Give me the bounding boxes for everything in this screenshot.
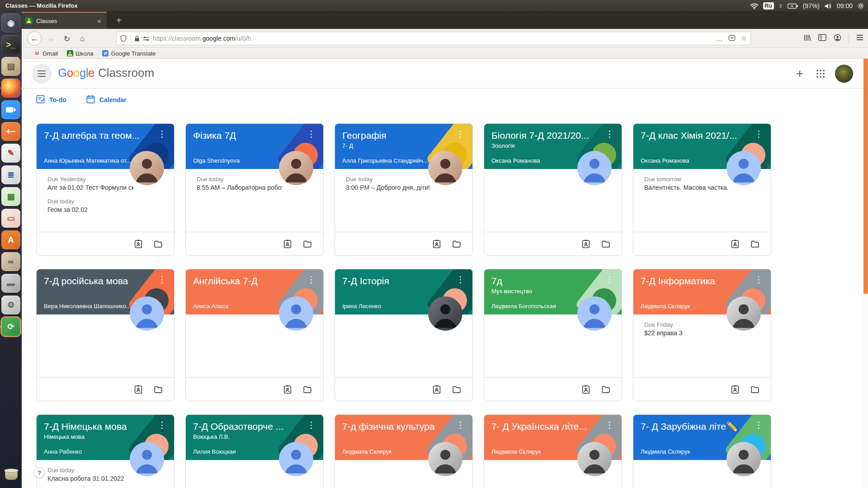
menu-hamburger-icon[interactable]	[856, 34, 863, 42]
more-options-icon[interactable]: ⋮	[454, 419, 467, 431]
wifi-icon[interactable]	[750, 3, 759, 9]
assignment-title[interactable]: 8:55 AM – Лабораторна робот...	[197, 184, 283, 191]
more-options-icon[interactable]: ⋮	[454, 128, 467, 140]
dock-item-libreoffice-impress[interactable]: ▭	[1, 209, 20, 228]
class-card[interactable]: Фізика 7Д Olga Sherstnyova ⋮ Due today8:…	[185, 123, 324, 256]
volume-icon[interactable]	[824, 3, 832, 9]
class-card[interactable]: 7- Д Зарубіжна літе✏️ Людмила Склярук ⋮	[633, 414, 771, 488]
class-title[interactable]: 7-Д Історія	[342, 276, 465, 286]
battery-icon[interactable]	[788, 3, 798, 9]
class-title[interactable]: 7-Д Інформатика	[641, 276, 764, 286]
assignment-title[interactable]: $22 вправа 3	[644, 329, 730, 337]
class-title[interactable]: 7-д фізична культура	[342, 421, 465, 432]
calendar-link[interactable]: Calendar	[86, 95, 127, 105]
close-tab-icon[interactable]: ×	[95, 17, 103, 25]
class-title[interactable]: 7-Д Німецька мова	[44, 421, 167, 432]
assignment-title[interactable]: Геом за 02.02	[47, 206, 133, 213]
dock-item-libreoffice-writer[interactable]: ≣	[1, 165, 20, 184]
dock-item-software-updater[interactable]: ⟳	[1, 317, 20, 336]
url-bar[interactable]: https://classroom.google.com/u/0/h … ☆	[116, 32, 751, 45]
tracking-shield-icon[interactable]	[120, 35, 127, 42]
more-options-icon[interactable]: ⋮	[156, 274, 169, 285]
google-apps-grid-icon[interactable]	[813, 66, 828, 81]
page-actions-icon[interactable]: …	[716, 35, 723, 42]
bookmark-1[interactable]: MGmail	[34, 50, 58, 57]
class-card[interactable]: 7-Д російська мова Вера Николаевна Шапош…	[36, 269, 175, 401]
dock-item-calculator[interactable]: +−	[1, 122, 20, 141]
class-card[interactable]: 7-Д Історія Ірина Лисенко ⋮	[335, 269, 473, 401]
dock-item-libreoffice-calc[interactable]: ▦	[1, 187, 20, 206]
open-gradebook-icon[interactable]	[432, 385, 442, 394]
dock-item-toolbox-app[interactable]: A	[1, 230, 20, 249]
open-gradebook-icon[interactable]	[283, 239, 292, 249]
more-options-icon[interactable]: ⋮	[305, 128, 318, 140]
session-gear-icon[interactable]	[857, 2, 864, 9]
class-title[interactable]: 7-Д Образотворче ...	[193, 421, 316, 432]
forward-button[interactable]: →	[45, 33, 56, 44]
main-menu-icon[interactable]	[32, 64, 52, 84]
join-create-class-button[interactable]: +	[790, 64, 810, 84]
open-gradebook-icon[interactable]	[581, 385, 591, 394]
class-title[interactable]: 7- Д Зарубіжна літе✏️	[641, 421, 764, 432]
class-title[interactable]: Фізика 7Д	[193, 130, 316, 141]
assignment-title[interactable]: 3:00 PM – Доброго дня, діти! ...	[346, 184, 432, 191]
open-folder-icon[interactable]	[302, 239, 312, 249]
dock-item-ubuntu-dash[interactable]: ◉	[1, 14, 20, 33]
class-card[interactable]: Англійська 7-Д Алиса Алиса ⋮	[185, 269, 324, 401]
account-avatar[interactable]	[835, 65, 853, 83]
more-options-icon[interactable]: ⋮	[305, 419, 318, 431]
dock-item-firefox[interactable]	[1, 79, 20, 98]
open-gradebook-icon[interactable]	[730, 385, 740, 394]
bookmark-star-icon[interactable]: ☆	[741, 34, 747, 42]
class-title[interactable]: 7-Д клас Хімія 2021/...	[641, 130, 764, 141]
class-title[interactable]: Біологія 7-Д 2021/20...	[491, 130, 614, 141]
open-folder-icon[interactable]	[750, 239, 760, 249]
class-title[interactable]: 7-Д алгебра та геом...	[44, 130, 167, 141]
more-options-icon[interactable]: ⋮	[454, 274, 467, 285]
reload-button[interactable]: ↻	[61, 33, 72, 44]
account-icon[interactable]	[834, 34, 841, 43]
dock-item-file-manager[interactable]: ▤	[1, 57, 20, 76]
class-card[interactable]: 7- Д Українська літе... Людмила Склярук …	[484, 414, 622, 488]
library-icon[interactable]	[803, 34, 811, 43]
assignment-item[interactable]: Due today3:00 PM – Доброго дня, діти! ..…	[346, 176, 432, 191]
url-text[interactable]: https://classroom.google.com/u/0/h	[153, 35, 716, 42]
tab-classes[interactable]: Classes ×	[22, 12, 107, 29]
dock-item-system-settings[interactable]: ⚙	[1, 296, 20, 314]
open-folder-icon[interactable]	[452, 385, 462, 394]
back-button[interactable]: ←	[27, 31, 42, 46]
more-options-icon[interactable]: ⋮	[752, 419, 765, 431]
class-title[interactable]: Англійська 7-Д	[193, 276, 316, 286]
assignment-item[interactable]: Due todayКласна робота 31.01.2022	[47, 467, 133, 482]
open-gradebook-icon[interactable]	[432, 239, 442, 249]
class-card[interactable]: 7-Д Інформатика Людмила Склярук ⋮ Due Fr…	[633, 269, 771, 401]
class-card[interactable]: 7-д фізична культура Людмила Склярук ⋮	[335, 414, 473, 488]
open-folder-icon[interactable]	[750, 385, 760, 394]
assignment-title[interactable]: Алг за 01.02 Тест Формули ск...	[47, 184, 133, 191]
sidebar-icon[interactable]	[818, 34, 826, 43]
class-title[interactable]: 7д	[491, 276, 614, 286]
assignment-item[interactable]: Due tomorrowВалентність. Масова частка. …	[644, 176, 730, 191]
dock-item-design-app[interactable]: ∞	[1, 252, 20, 271]
open-folder-icon[interactable]	[601, 385, 611, 394]
assignment-item[interactable]: Due todayГеом за 02.02	[47, 198, 133, 213]
more-options-icon[interactable]: ⋮	[603, 128, 616, 140]
bookmark-3[interactable]: ⇄Google Translate	[102, 50, 156, 57]
more-options-icon[interactable]: ⋮	[603, 419, 616, 431]
more-options-icon[interactable]: ⋮	[156, 419, 169, 431]
more-options-icon[interactable]: ⋮	[156, 128, 169, 140]
help-button[interactable]: ?	[34, 467, 45, 478]
open-folder-icon[interactable]	[153, 385, 163, 394]
open-folder-icon[interactable]	[153, 239, 163, 249]
dock-item-notes-app[interactable]: ✎	[1, 144, 20, 163]
class-card[interactable]: Географія 7- Д Алла Григорьевна Стандрий…	[335, 123, 473, 256]
todo-link[interactable]: To-do	[36, 95, 66, 105]
dock-item-trash[interactable]	[1, 465, 20, 483]
pocket-icon[interactable]	[728, 34, 736, 43]
scrollbar-thumb[interactable]	[863, 59, 868, 294]
more-options-icon[interactable]: ⋮	[752, 274, 765, 285]
open-gradebook-icon[interactable]	[581, 239, 591, 249]
more-options-icon[interactable]: ⋮	[752, 128, 765, 140]
assignment-title[interactable]: Класна робота 31.01.2022	[47, 475, 133, 482]
open-gradebook-icon[interactable]	[283, 385, 292, 394]
